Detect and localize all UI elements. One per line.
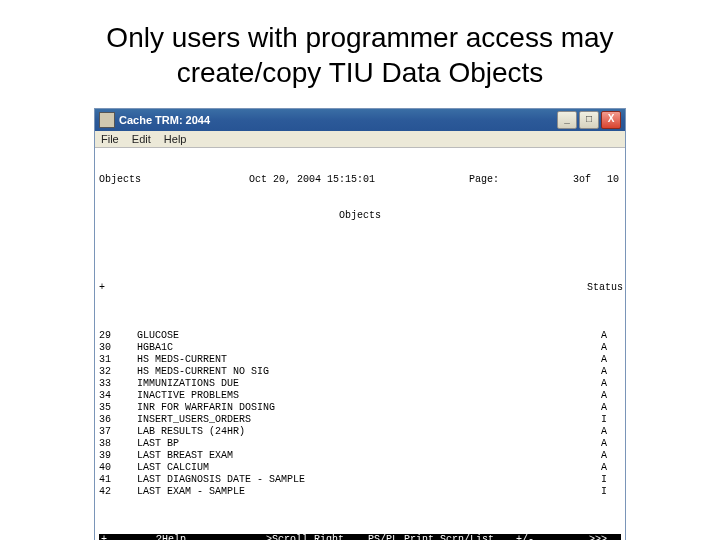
- page-total: 10: [589, 174, 619, 186]
- row-name: LAST DIAGNOSIS DATE - SAMPLE: [137, 474, 587, 486]
- page-label: Page:: [469, 174, 529, 186]
- window-title: Cache TRM: 2044: [119, 114, 557, 126]
- row-number: 36: [99, 414, 137, 426]
- table-row[interactable]: 37LAB RESULTS (24HR)A: [99, 426, 621, 438]
- row-number: 32: [99, 366, 137, 378]
- row-number: 41: [99, 474, 137, 486]
- row-name: HS MEDS-CURRENT NO SIG: [137, 366, 587, 378]
- row-status: I: [587, 474, 621, 486]
- row-status: A: [587, 354, 621, 366]
- cmdbar-print[interactable]: PS/PL Print Scrn/List: [368, 534, 494, 540]
- menu-file[interactable]: File: [101, 133, 119, 145]
- cmdbar-more[interactable]: >>>: [589, 534, 619, 540]
- row-status: I: [587, 414, 621, 426]
- object-list: 29GLUCOSEA30HGBA1CA31HS MEDS-CURRENTA32H…: [99, 330, 621, 498]
- row-number: 40: [99, 462, 137, 474]
- page-current: 3: [529, 174, 579, 186]
- table-row[interactable]: 42LAST EXAM - SAMPLEI: [99, 486, 621, 498]
- row-status: A: [587, 426, 621, 438]
- menu-help[interactable]: Help: [164, 133, 187, 145]
- row-status: A: [587, 402, 621, 414]
- row-number: 39: [99, 450, 137, 462]
- cmdbar-help[interactable]: ?Help: [156, 534, 266, 540]
- table-row[interactable]: 34INACTIVE PROBLEMSA: [99, 390, 621, 402]
- table-row[interactable]: 32HS MEDS-CURRENT NO SIGA: [99, 366, 621, 378]
- row-name: GLUCOSE: [137, 330, 587, 342]
- row-name: LAB RESULTS (24HR): [137, 426, 587, 438]
- row-number: 30: [99, 342, 137, 354]
- command-bar: + ?Help >Scroll Right PS/PL Print Scrn/L…: [99, 534, 621, 540]
- maximize-button[interactable]: □: [579, 111, 599, 129]
- table-row[interactable]: 40LAST CALCIUMA: [99, 462, 621, 474]
- row-name: LAST EXAM - SAMPLE: [137, 486, 587, 498]
- terminal-area: Objects Oct 20, 2004 15:15:01 Page: 3 of…: [95, 148, 625, 540]
- minimize-button[interactable]: _: [557, 111, 577, 129]
- row-status: A: [587, 462, 621, 474]
- menu-bar: File Edit Help: [95, 131, 625, 148]
- row-number: 31: [99, 354, 137, 366]
- slide-title: Only users with programmer access may cr…: [40, 20, 680, 90]
- table-row[interactable]: 41LAST DIAGNOSIS DATE - SAMPLEI: [99, 474, 621, 486]
- header-line: Objects Oct 20, 2004 15:15:01 Page: 3 of…: [99, 174, 621, 186]
- row-number: 35: [99, 402, 137, 414]
- row-number: 33: [99, 378, 137, 390]
- row-status: A: [587, 390, 621, 402]
- blank-line: [99, 246, 621, 258]
- table-row[interactable]: 29GLUCOSEA: [99, 330, 621, 342]
- row-status: I: [587, 486, 621, 498]
- row-status: A: [587, 378, 621, 390]
- table-row[interactable]: 39LAST BREAST EXAMA: [99, 450, 621, 462]
- row-name: INR FOR WARFARIN DOSING: [137, 402, 587, 414]
- window-controls: _ □ X: [557, 111, 621, 129]
- row-number: 42: [99, 486, 137, 498]
- plus-marker: +: [99, 282, 137, 294]
- cmdbar-toggle[interactable]: +/-: [516, 534, 556, 540]
- header-datetime: Oct 20, 2004 15:15:01: [249, 174, 469, 186]
- row-status: A: [587, 342, 621, 354]
- status-header-row: + Status: [99, 282, 621, 294]
- row-name: LAST CALCIUM: [137, 462, 587, 474]
- status-header: Status: [587, 282, 621, 294]
- table-row[interactable]: 31HS MEDS-CURRENTA: [99, 354, 621, 366]
- close-button[interactable]: X: [601, 111, 621, 129]
- menu-edit[interactable]: Edit: [132, 133, 151, 145]
- row-number: 38: [99, 438, 137, 450]
- cmdbar-plus: +: [101, 534, 156, 540]
- table-row[interactable]: 35INR FOR WARFARIN DOSINGA: [99, 402, 621, 414]
- row-status: A: [587, 366, 621, 378]
- row-name: HGBA1C: [137, 342, 587, 354]
- table-row[interactable]: 38LAST BPA: [99, 438, 621, 450]
- header-left: Objects: [99, 174, 249, 186]
- row-status: A: [587, 450, 621, 462]
- app-icon: [99, 112, 115, 128]
- terminal-window: Cache TRM: 2044 _ □ X File Edit Help Obj…: [94, 108, 626, 540]
- table-row[interactable]: 36INSERT_USERS_ORDERSI: [99, 414, 621, 426]
- row-status: A: [587, 438, 621, 450]
- row-number: 29: [99, 330, 137, 342]
- table-row[interactable]: 30HGBA1CA: [99, 342, 621, 354]
- row-name: INACTIVE PROBLEMS: [137, 390, 587, 402]
- cmdbar-scroll[interactable]: >Scroll Right: [266, 534, 344, 540]
- row-number: 34: [99, 390, 137, 402]
- row-name: LAST BREAST EXAM: [137, 450, 587, 462]
- row-status: A: [587, 330, 621, 342]
- row-name: LAST BP: [137, 438, 587, 450]
- table-row[interactable]: 33IMMUNIZATIONS DUEA: [99, 378, 621, 390]
- row-name: INSERT_USERS_ORDERS: [137, 414, 587, 426]
- page-of: of: [579, 174, 589, 186]
- titlebar: Cache TRM: 2044 _ □ X: [95, 109, 625, 131]
- header-subtitle: Objects: [99, 210, 621, 222]
- row-name: HS MEDS-CURRENT: [137, 354, 587, 366]
- row-number: 37: [99, 426, 137, 438]
- row-name: IMMUNIZATIONS DUE: [137, 378, 587, 390]
